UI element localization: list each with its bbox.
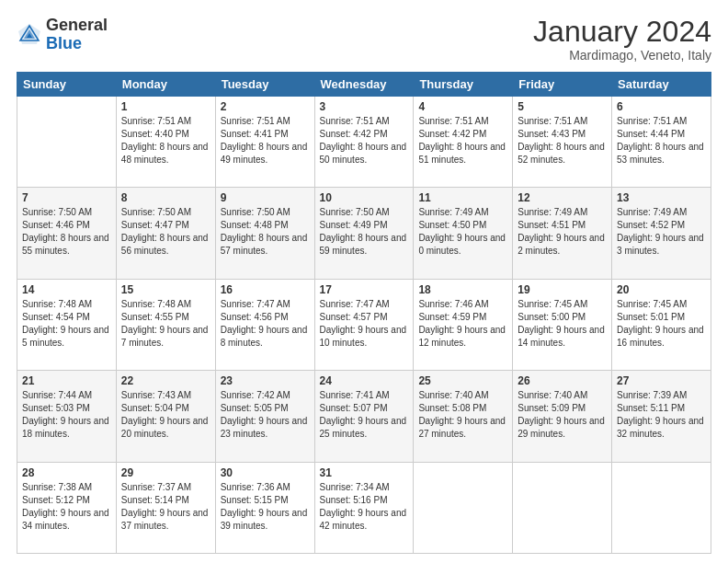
day-info: Sunrise: 7:51 AMSunset: 4:40 PMDaylight:… [121,115,210,167]
day-info: Sunrise: 7:40 AMSunset: 5:09 PMDaylight:… [518,389,607,441]
day-number: 13 [617,191,706,204]
day-number: 15 [121,283,210,296]
table-row: 8Sunrise: 7:50 AMSunset: 4:47 PMDaylight… [116,188,215,279]
table-row [612,462,711,553]
day-number: 14 [22,283,111,296]
table-row: 23Sunrise: 7:42 AMSunset: 5:05 PMDayligh… [215,371,314,462]
day-info: Sunrise: 7:43 AMSunset: 5:04 PMDaylight:… [121,389,210,441]
month-title: January 2024 [533,17,711,46]
day-number: 30 [221,466,310,479]
header: General Blue January 2024 Mardimago, Ven… [17,17,711,63]
calendar-header-row: Sunday Monday Tuesday Wednesday Thursday… [17,73,711,97]
day-number: 23 [221,374,310,387]
table-row: 20Sunrise: 7:45 AMSunset: 5:01 PMDayligh… [612,279,711,370]
table-row [513,462,612,553]
day-info: Sunrise: 7:37 AMSunset: 5:14 PMDaylight:… [121,481,210,533]
calendar-table: Sunday Monday Tuesday Wednesday Thursday… [17,72,711,554]
day-info: Sunrise: 7:49 AMSunset: 4:50 PMDaylight:… [418,206,507,258]
table-row: 5Sunrise: 7:51 AMSunset: 4:43 PMDaylight… [513,97,612,188]
calendar-week-row: 7Sunrise: 7:50 AMSunset: 4:46 PMDaylight… [17,188,711,279]
day-number: 25 [418,374,507,387]
table-row: 28Sunrise: 7:38 AMSunset: 5:12 PMDayligh… [17,462,117,553]
day-info: Sunrise: 7:45 AMSunset: 5:01 PMDaylight:… [617,298,706,350]
table-row [414,462,513,553]
table-row: 22Sunrise: 7:43 AMSunset: 5:04 PMDayligh… [116,371,215,462]
table-row: 7Sunrise: 7:50 AMSunset: 4:46 PMDaylight… [17,188,117,279]
table-row: 21Sunrise: 7:44 AMSunset: 5:03 PMDayligh… [17,371,117,462]
calendar-week-row: 21Sunrise: 7:44 AMSunset: 5:03 PMDayligh… [17,371,711,462]
table-row: 1Sunrise: 7:51 AMSunset: 4:40 PMDaylight… [116,97,215,188]
day-number: 29 [121,466,210,479]
col-sunday: Sunday [17,73,117,97]
col-tuesday: Tuesday [215,73,314,97]
col-wednesday: Wednesday [314,73,414,97]
day-number: 28 [22,466,111,479]
table-row [17,97,117,188]
table-row: 13Sunrise: 7:49 AMSunset: 4:52 PMDayligh… [612,188,711,279]
day-number: 31 [320,466,409,479]
day-number: 8 [121,191,210,204]
table-row: 12Sunrise: 7:49 AMSunset: 4:51 PMDayligh… [513,188,612,279]
day-number: 5 [518,100,607,113]
day-number: 22 [121,374,210,387]
table-row: 31Sunrise: 7:34 AMSunset: 5:16 PMDayligh… [314,462,414,553]
day-info: Sunrise: 7:40 AMSunset: 5:08 PMDaylight:… [418,389,507,441]
day-number: 20 [617,283,706,296]
day-info: Sunrise: 7:47 AMSunset: 4:56 PMDaylight:… [221,298,310,350]
day-info: Sunrise: 7:34 AMSunset: 5:16 PMDaylight:… [320,481,409,533]
day-info: Sunrise: 7:41 AMSunset: 5:07 PMDaylight:… [320,389,409,441]
table-row: 27Sunrise: 7:39 AMSunset: 5:11 PMDayligh… [612,371,711,462]
day-info: Sunrise: 7:45 AMSunset: 5:00 PMDaylight:… [518,298,607,350]
day-info: Sunrise: 7:50 AMSunset: 4:48 PMDaylight:… [221,206,310,258]
day-info: Sunrise: 7:51 AMSunset: 4:42 PMDaylight:… [418,115,507,167]
day-info: Sunrise: 7:47 AMSunset: 4:57 PMDaylight:… [320,298,409,350]
table-row: 29Sunrise: 7:37 AMSunset: 5:14 PMDayligh… [116,462,215,553]
day-info: Sunrise: 7:38 AMSunset: 5:12 PMDaylight:… [22,481,111,533]
day-number: 17 [320,283,409,296]
calendar-week-row: 14Sunrise: 7:48 AMSunset: 4:54 PMDayligh… [17,279,711,370]
location: Mardimago, Veneto, Italy [533,48,711,63]
day-info: Sunrise: 7:51 AMSunset: 4:42 PMDaylight:… [320,115,409,167]
table-row: 30Sunrise: 7:36 AMSunset: 5:15 PMDayligh… [215,462,314,553]
table-row: 15Sunrise: 7:48 AMSunset: 4:55 PMDayligh… [116,279,215,370]
table-row: 18Sunrise: 7:46 AMSunset: 4:59 PMDayligh… [414,279,513,370]
day-info: Sunrise: 7:46 AMSunset: 4:59 PMDaylight:… [418,298,507,350]
day-number: 26 [518,374,607,387]
logo: General Blue [17,17,108,53]
table-row: 2Sunrise: 7:51 AMSunset: 4:41 PMDaylight… [215,97,314,188]
table-row: 3Sunrise: 7:51 AMSunset: 4:42 PMDaylight… [314,97,414,188]
table-row: 11Sunrise: 7:49 AMSunset: 4:50 PMDayligh… [414,188,513,279]
day-number: 10 [320,191,409,204]
day-number: 11 [418,191,507,204]
day-number: 12 [518,191,607,204]
day-number: 1 [121,100,210,113]
table-row: 9Sunrise: 7:50 AMSunset: 4:48 PMDaylight… [215,188,314,279]
day-info: Sunrise: 7:39 AMSunset: 5:11 PMDaylight:… [617,389,706,441]
table-row: 26Sunrise: 7:40 AMSunset: 5:09 PMDayligh… [513,371,612,462]
table-row: 4Sunrise: 7:51 AMSunset: 4:42 PMDaylight… [414,97,513,188]
day-info: Sunrise: 7:48 AMSunset: 4:55 PMDaylight:… [121,298,210,350]
day-info: Sunrise: 7:50 AMSunset: 4:49 PMDaylight:… [320,206,409,258]
day-info: Sunrise: 7:42 AMSunset: 5:05 PMDaylight:… [221,389,310,441]
day-info: Sunrise: 7:48 AMSunset: 4:54 PMDaylight:… [22,298,111,350]
table-row: 25Sunrise: 7:40 AMSunset: 5:08 PMDayligh… [414,371,513,462]
day-info: Sunrise: 7:51 AMSunset: 4:44 PMDaylight:… [617,115,706,167]
calendar-week-row: 28Sunrise: 7:38 AMSunset: 5:12 PMDayligh… [17,462,711,553]
day-number: 4 [418,100,507,113]
calendar-page: General Blue January 2024 Mardimago, Ven… [0,0,728,563]
logo-blue: Blue [46,35,108,53]
table-row: 19Sunrise: 7:45 AMSunset: 5:00 PMDayligh… [513,279,612,370]
logo-icon [17,22,42,48]
day-number: 2 [221,100,310,113]
col-thursday: Thursday [414,73,513,97]
day-info: Sunrise: 7:50 AMSunset: 4:46 PMDaylight:… [22,206,111,258]
day-number: 3 [320,100,409,113]
logo-text: General Blue [46,17,108,53]
day-info: Sunrise: 7:49 AMSunset: 4:51 PMDaylight:… [518,206,607,258]
calendar-week-row: 1Sunrise: 7:51 AMSunset: 4:40 PMDaylight… [17,97,711,188]
table-row: 24Sunrise: 7:41 AMSunset: 5:07 PMDayligh… [314,371,414,462]
day-info: Sunrise: 7:44 AMSunset: 5:03 PMDaylight:… [22,389,111,441]
title-section: January 2024 Mardimago, Veneto, Italy [533,17,711,63]
day-number: 27 [617,374,706,387]
day-info: Sunrise: 7:51 AMSunset: 4:43 PMDaylight:… [518,115,607,167]
